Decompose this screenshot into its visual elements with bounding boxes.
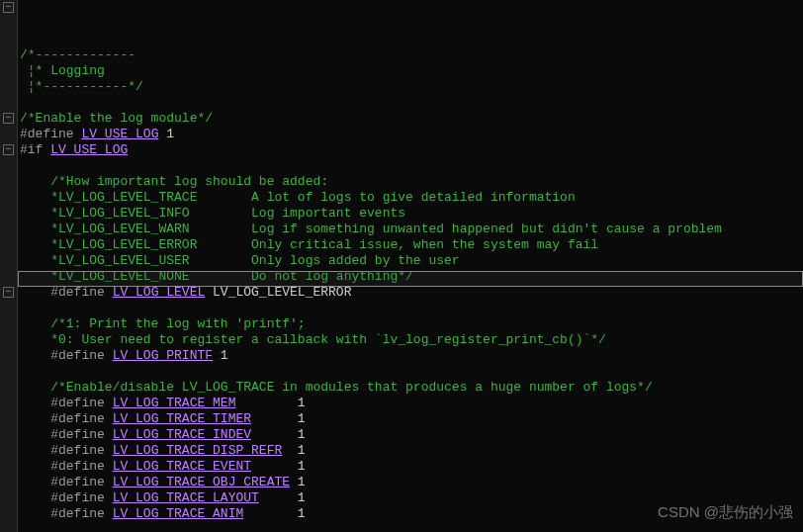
macro-token: LV_LOG_TRACE_ANIM [113, 506, 244, 521]
code-line[interactable]: #define LV_LOG_TRACE_EVENT 1 [20, 459, 803, 475]
value-token: 1 [259, 490, 306, 505]
macro-token: LV_LOG_TRACE_INDEV [113, 427, 251, 442]
code-line[interactable]: *LV_LOG_LEVEL_NONE Do not log anything*/ [20, 269, 803, 285]
macro-token: LV_LOG_TRACE_MEM [113, 396, 236, 410]
code-editor[interactable]: −−−− /*------------- ¦* Logging ¦*------… [0, 0, 803, 532]
value-token: 1 [251, 459, 306, 474]
value-token: 1 [290, 475, 306, 489]
code-line[interactable] [20, 522, 803, 532]
code-line[interactable]: #define LV_LOG_TRACE_LAYOUT 1 [20, 490, 803, 506]
fold-toggle-icon[interactable]: − [3, 144, 14, 155]
comment-token: *LV_LOG_LEVEL_TRACE A lot of logs to giv… [20, 190, 576, 205]
value-token: 1 [235, 396, 305, 410]
value-token: LV_LOG_LEVEL_ERROR [205, 285, 351, 300]
comment-token: /*1: Print the log with 'printf'; [20, 316, 306, 331]
code-line[interactable] [20, 158, 803, 174]
value-token: 1 [158, 127, 174, 141]
directive-token: #define [20, 348, 113, 363]
directive-token: #define [20, 127, 81, 141]
directive-token: #define [20, 506, 113, 521]
code-area[interactable]: /*------------- ¦* Logging ¦*-----------… [18, 0, 803, 532]
directive-token: #define [20, 285, 113, 300]
code-line[interactable]: #define LV_LOG_TRACE_OBJ_CREATE 1 [20, 475, 803, 490]
code-line[interactable]: *LV_LOG_LEVEL_INFO Log important events [20, 206, 803, 222]
comment-token: *0: User need to register a callback wit… [20, 332, 606, 347]
code-line[interactable]: *LV_LOG_LEVEL_USER Only logs added by th… [20, 253, 803, 269]
comment-token: /*------------- [20, 47, 135, 62]
directive-token: #define [20, 411, 113, 426]
macro-token: LV_LOG_PRINTF [113, 348, 213, 363]
fold-toggle-icon[interactable]: − [3, 287, 14, 298]
macro-token: LV_LOG_TRACE_OBJ_CREATE [113, 475, 290, 489]
fold-gutter: −−−− [0, 0, 18, 532]
code-line[interactable]: #define LV_LOG_PRINTF 1 [20, 348, 803, 364]
code-line[interactable]: /*Enable the log module*/ [20, 111, 803, 127]
code-line[interactable]: #define LV_LOG_TRACE_MEM 1 [20, 396, 803, 411]
directive-token: #define [20, 443, 113, 458]
directive-token: #if [20, 142, 50, 157]
comment-token: *LV_LOG_LEVEL_NONE Do not log anything*/ [20, 269, 413, 284]
macro-token: LV_LOG_LEVEL [113, 285, 206, 300]
comment-token: ¦* Logging [20, 63, 105, 78]
code-line[interactable]: *LV_LOG_LEVEL_WARN Log if something unwa… [20, 222, 803, 237]
code-line[interactable]: ¦*-----------*/ [20, 79, 803, 95]
directive-token: #define [20, 475, 113, 489]
code-line[interactable]: #define LV_USE_LOG 1 [20, 127, 803, 142]
comment-token: *LV_LOG_LEVEL_ERROR Only critical issue,… [20, 237, 598, 252]
macro-token: LV_USE_LOG [81, 127, 158, 141]
fold-toggle-icon[interactable]: − [3, 2, 14, 13]
code-line[interactable]: *LV_LOG_LEVEL_TRACE A lot of logs to giv… [20, 190, 803, 206]
value-token: 1 [251, 427, 306, 442]
code-line[interactable]: /*How important log should be added: [20, 174, 803, 190]
code-line[interactable]: /*------------- [20, 47, 803, 63]
value-token: 1 [213, 348, 228, 363]
code-line[interactable]: *LV_LOG_LEVEL_ERROR Only critical issue,… [20, 237, 803, 253]
comment-token: /*How important log should be added: [20, 174, 328, 189]
directive-token: #define [20, 396, 113, 410]
macro-token: LV_USE_LOG [50, 142, 128, 157]
directive-token: #define [20, 427, 113, 442]
code-line[interactable]: #define LV_LOG_LEVEL LV_LOG_LEVEL_ERROR [20, 285, 803, 301]
code-line[interactable]: #define LV_LOG_TRACE_TIMER 1 [20, 411, 803, 427]
code-line[interactable]: #define LV_LOG_TRACE_INDEV 1 [20, 427, 803, 443]
code-line[interactable]: ¦* Logging [20, 63, 803, 79]
code-line[interactable]: /*1: Print the log with 'printf'; [20, 316, 803, 332]
code-line[interactable]: /*Enable/disable LV_LOG_TRACE in modules… [20, 380, 803, 396]
comment-token: *LV_LOG_LEVEL_INFO Log important events [20, 206, 405, 221]
comment-token: /*Enable the log module*/ [20, 111, 213, 126]
macro-token: LV_LOG_TRACE_DISP_REFR [113, 443, 283, 458]
macro-token: LV_LOG_TRACE_EVENT [113, 459, 251, 474]
comment-token: ¦*-----------*/ [20, 79, 143, 94]
code-line[interactable] [20, 95, 803, 111]
comment-token: *LV_LOG_LEVEL_USER Only logs added by th… [20, 253, 460, 268]
directive-token: #define [20, 459, 113, 474]
code-line[interactable] [20, 301, 803, 316]
comment-token: *LV_LOG_LEVEL_WARN Log if something unwa… [20, 222, 722, 236]
code-line[interactable]: #if LV_USE_LOG [20, 142, 803, 158]
code-line[interactable]: #define LV_LOG_TRACE_DISP_REFR 1 [20, 443, 803, 459]
comment-token: /*Enable/disable LV_LOG_TRACE in modules… [20, 380, 653, 395]
code-line[interactable] [20, 364, 803, 380]
macro-token: LV_LOG_TRACE_TIMER [113, 411, 251, 426]
code-line[interactable]: *0: User need to register a callback wit… [20, 332, 803, 348]
directive-token: #define [20, 490, 113, 505]
value-token: 1 [251, 411, 306, 426]
value-token: 1 [282, 443, 305, 458]
value-token: 1 [243, 506, 305, 521]
fold-toggle-icon[interactable]: − [3, 113, 14, 124]
code-line[interactable]: #define LV_LOG_TRACE_ANIM 1 [20, 506, 803, 522]
macro-token: LV_LOG_TRACE_LAYOUT [113, 490, 259, 505]
